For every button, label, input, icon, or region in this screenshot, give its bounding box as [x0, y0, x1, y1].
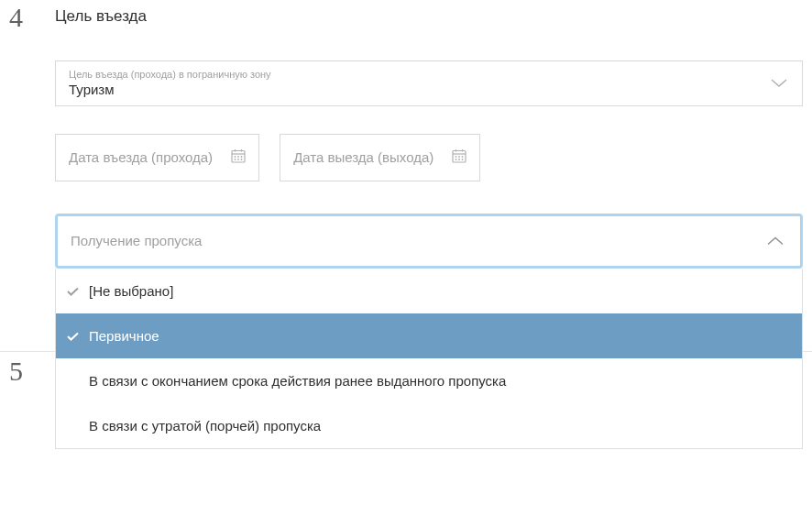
svg-point-19: [462, 159, 464, 160]
purpose-value: Туризм: [69, 82, 115, 97]
exit-date-placeholder: Дата выезда (выхода): [293, 149, 433, 165]
svg-point-17: [455, 159, 457, 160]
svg-point-14: [455, 156, 457, 158]
section-number-5: 5: [9, 356, 55, 387]
section-4: 4 Цель въезда: [0, 0, 812, 33]
exit-date-input[interactable]: Дата выезда (выхода): [280, 134, 480, 181]
purpose-select[interactable]: Цель въезда (прохода) в пограничную зону…: [55, 60, 803, 106]
pass-dropdown: Получение пропуска [Не выбрано]Первичное…: [55, 214, 803, 269]
svg-point-9: [241, 159, 243, 160]
svg-point-15: [458, 156, 460, 158]
purpose-label: Цель въезда (прохода) в пограничную зону: [69, 69, 761, 80]
pass-dropdown-option-label: Первичное: [89, 328, 159, 344]
pass-dropdown-placeholder: Получение пропуска: [71, 233, 202, 248]
pass-dropdown-option-label: В связи с утратой (порчей) пропуска: [89, 418, 321, 434]
pass-dropdown-option[interactable]: В связи с окончанием срока действия ране…: [56, 358, 802, 403]
entry-date-placeholder: Дата въезда (прохода): [69, 149, 213, 165]
section-number-4: 4: [9, 0, 55, 33]
pass-dropdown-option-label: В связи с окончанием срока действия ране…: [89, 373, 506, 389]
date-row: Дата въезда (прохода) Дата выезда (выход…: [55, 134, 803, 181]
svg-point-18: [458, 159, 460, 160]
svg-point-6: [241, 156, 243, 158]
calendar-icon: [231, 148, 246, 167]
pass-dropdown-option[interactable]: Первичное: [56, 313, 802, 358]
pass-dropdown-option[interactable]: [Не выбрано]: [56, 269, 802, 313]
check-icon: [67, 328, 79, 344]
section-4-body: Цель въезда: [55, 0, 803, 26]
svg-point-8: [237, 159, 239, 160]
pass-dropdown-option[interactable]: В связи с утратой (порчей) пропуска: [56, 403, 802, 448]
svg-point-5: [237, 156, 239, 158]
pass-dropdown-trigger[interactable]: Получение пропуска: [55, 214, 803, 269]
check-icon: [67, 283, 79, 299]
section-4-form: Цель въезда (прохода) в пограничную зону…: [0, 60, 812, 269]
pass-dropdown-option-label: [Не выбрано]: [89, 283, 173, 299]
calendar-icon: [452, 148, 466, 167]
svg-point-16: [462, 156, 464, 158]
section-4-title: Цель въезда: [55, 0, 803, 26]
svg-point-7: [235, 159, 236, 160]
entry-date-input[interactable]: Дата въезда (прохода): [55, 134, 259, 181]
svg-point-4: [235, 156, 236, 158]
chevron-up-icon: [767, 233, 784, 249]
pass-dropdown-panel: [Не выбрано]ПервичноеВ связи с окончание…: [55, 269, 803, 449]
chevron-down-icon: [771, 79, 787, 88]
